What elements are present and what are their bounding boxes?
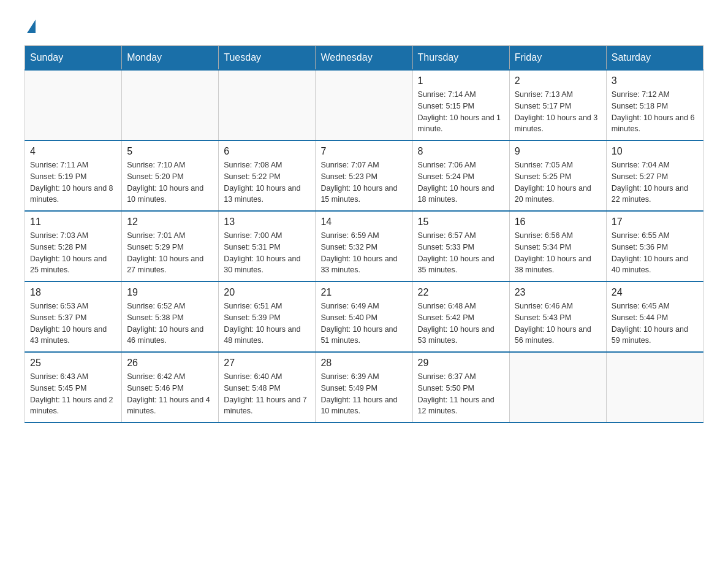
calendar-week-row: 4Sunrise: 7:11 AMSunset: 5:19 PMDaylight…: [25, 140, 703, 211]
day-number: 13: [224, 216, 310, 228]
day-number: 27: [224, 358, 310, 369]
day-number: 25: [30, 358, 116, 369]
day-number: 10: [612, 146, 698, 157]
logo-triangle-icon: [27, 20, 36, 33]
day-of-week-header: Tuesday: [219, 46, 316, 71]
calendar-week-row: 11Sunrise: 7:03 AMSunset: 5:28 PMDayligh…: [25, 211, 703, 282]
calendar-cell: 6Sunrise: 7:08 AMSunset: 5:22 PMDaylight…: [219, 140, 316, 211]
calendar-cell: 26Sunrise: 6:42 AMSunset: 5:46 PMDayligh…: [122, 352, 219, 423]
day-of-week-header: Saturday: [606, 46, 703, 71]
day-info: Sunrise: 6:55 AMSunset: 5:36 PMDaylight:…: [612, 230, 698, 276]
day-info: Sunrise: 7:08 AMSunset: 5:22 PMDaylight:…: [224, 159, 310, 205]
day-info: Sunrise: 7:06 AMSunset: 5:24 PMDaylight:…: [418, 159, 504, 205]
day-number: 16: [515, 216, 601, 228]
day-info: Sunrise: 6:59 AMSunset: 5:32 PMDaylight:…: [320, 230, 407, 276]
day-number: 8: [418, 146, 504, 157]
calendar-cell: 19Sunrise: 6:52 AMSunset: 5:38 PMDayligh…: [122, 282, 219, 352]
day-number: 22: [418, 287, 504, 298]
calendar-cell: 4Sunrise: 7:11 AMSunset: 5:19 PMDaylight…: [25, 140, 122, 211]
calendar-cell: 25Sunrise: 6:43 AMSunset: 5:45 PMDayligh…: [25, 352, 122, 423]
day-of-week-header: Monday: [122, 46, 219, 71]
calendar-cell: 16Sunrise: 6:56 AMSunset: 5:34 PMDayligh…: [509, 211, 606, 282]
calendar-cell: 7Sunrise: 7:07 AMSunset: 5:23 PMDaylight…: [316, 140, 412, 211]
calendar-cell: [122, 70, 219, 140]
calendar-cell: 5Sunrise: 7:10 AMSunset: 5:20 PMDaylight…: [122, 140, 219, 211]
day-info: Sunrise: 7:10 AMSunset: 5:20 PMDaylight:…: [127, 159, 213, 205]
day-info: Sunrise: 6:52 AMSunset: 5:38 PMDaylight:…: [127, 301, 213, 347]
day-info: Sunrise: 7:14 AMSunset: 5:15 PMDaylight:…: [418, 89, 504, 135]
calendar-cell: 13Sunrise: 7:00 AMSunset: 5:31 PMDayligh…: [219, 211, 316, 282]
day-number: 19: [127, 287, 213, 298]
day-info: Sunrise: 6:51 AMSunset: 5:39 PMDaylight:…: [224, 301, 310, 347]
day-of-week-header: Thursday: [412, 46, 509, 71]
day-number: 15: [418, 216, 504, 228]
calendar-cell: 20Sunrise: 6:51 AMSunset: 5:39 PMDayligh…: [219, 282, 316, 352]
day-number: 28: [320, 358, 407, 369]
calendar-cell: 11Sunrise: 7:03 AMSunset: 5:28 PMDayligh…: [25, 211, 122, 282]
day-number: 9: [515, 146, 601, 157]
day-info: Sunrise: 7:13 AMSunset: 5:17 PMDaylight:…: [515, 89, 601, 135]
calendar-cell: 27Sunrise: 6:40 AMSunset: 5:48 PMDayligh…: [219, 352, 316, 423]
calendar-cell: 21Sunrise: 6:49 AMSunset: 5:40 PMDayligh…: [316, 282, 412, 352]
calendar-cell: 1Sunrise: 7:14 AMSunset: 5:15 PMDaylight…: [412, 70, 509, 140]
calendar-week-row: 18Sunrise: 6:53 AMSunset: 5:37 PMDayligh…: [25, 282, 703, 352]
day-info: Sunrise: 7:07 AMSunset: 5:23 PMDaylight:…: [320, 159, 407, 205]
day-number: 29: [418, 358, 504, 369]
calendar-cell: [25, 70, 122, 140]
day-info: Sunrise: 7:11 AMSunset: 5:19 PMDaylight:…: [30, 159, 116, 205]
day-info: Sunrise: 6:49 AMSunset: 5:40 PMDaylight:…: [320, 301, 407, 347]
calendar-cell: 12Sunrise: 7:01 AMSunset: 5:29 PMDayligh…: [122, 211, 219, 282]
day-info: Sunrise: 6:57 AMSunset: 5:33 PMDaylight:…: [418, 230, 504, 276]
day-number: 21: [320, 287, 407, 298]
day-number: 2: [515, 75, 601, 86]
day-info: Sunrise: 7:04 AMSunset: 5:27 PMDaylight:…: [612, 159, 698, 205]
calendar-cell: [219, 70, 316, 140]
day-info: Sunrise: 6:40 AMSunset: 5:48 PMDaylight:…: [224, 371, 310, 417]
day-number: 20: [224, 287, 310, 298]
calendar-week-row: 1Sunrise: 7:14 AMSunset: 5:15 PMDaylight…: [25, 70, 703, 140]
calendar-cell: 15Sunrise: 6:57 AMSunset: 5:33 PMDayligh…: [412, 211, 509, 282]
day-number: 14: [320, 216, 407, 228]
day-number: 12: [127, 216, 213, 228]
calendar-cell: 9Sunrise: 7:05 AMSunset: 5:25 PMDaylight…: [509, 140, 606, 211]
day-info: Sunrise: 7:00 AMSunset: 5:31 PMDaylight:…: [224, 230, 310, 276]
day-info: Sunrise: 6:48 AMSunset: 5:42 PMDaylight:…: [418, 301, 504, 347]
day-info: Sunrise: 7:05 AMSunset: 5:25 PMDaylight:…: [515, 159, 601, 205]
day-info: Sunrise: 6:56 AMSunset: 5:34 PMDaylight:…: [515, 230, 601, 276]
day-info: Sunrise: 6:46 AMSunset: 5:43 PMDaylight:…: [515, 301, 601, 347]
day-info: Sunrise: 7:01 AMSunset: 5:29 PMDaylight:…: [127, 230, 213, 276]
day-info: Sunrise: 6:42 AMSunset: 5:46 PMDaylight:…: [127, 371, 213, 417]
calendar-table: SundayMondayTuesdayWednesdayThursdayFrid…: [25, 45, 703, 423]
day-number: 17: [612, 216, 698, 228]
calendar-cell: 8Sunrise: 7:06 AMSunset: 5:24 PMDaylight…: [412, 140, 509, 211]
day-number: 1: [418, 75, 504, 86]
day-number: 24: [612, 287, 698, 298]
day-info: Sunrise: 6:39 AMSunset: 5:49 PMDaylight:…: [320, 371, 407, 417]
calendar-week-row: 25Sunrise: 6:43 AMSunset: 5:45 PMDayligh…: [25, 352, 703, 423]
calendar-cell: 17Sunrise: 6:55 AMSunset: 5:36 PMDayligh…: [606, 211, 703, 282]
calendar-cell: [509, 352, 606, 423]
calendar-cell: 23Sunrise: 6:46 AMSunset: 5:43 PMDayligh…: [509, 282, 606, 352]
day-number: 6: [224, 146, 310, 157]
day-number: 23: [515, 287, 601, 298]
day-info: Sunrise: 6:43 AMSunset: 5:45 PMDaylight:…: [30, 371, 116, 417]
day-number: 4: [30, 146, 116, 157]
calendar-cell: 14Sunrise: 6:59 AMSunset: 5:32 PMDayligh…: [316, 211, 412, 282]
day-of-week-header: Friday: [509, 46, 606, 71]
calendar-cell: 29Sunrise: 6:37 AMSunset: 5:50 PMDayligh…: [412, 352, 509, 423]
calendar-cell: 24Sunrise: 6:45 AMSunset: 5:44 PMDayligh…: [606, 282, 703, 352]
calendar-cell: 3Sunrise: 7:12 AMSunset: 5:18 PMDaylight…: [606, 70, 703, 140]
day-number: 26: [127, 358, 213, 369]
page-header: [25, 18, 703, 33]
day-of-week-header: Wednesday: [316, 46, 412, 71]
calendar-cell: 28Sunrise: 6:39 AMSunset: 5:49 PMDayligh…: [316, 352, 412, 423]
calendar-cell: 22Sunrise: 6:48 AMSunset: 5:42 PMDayligh…: [412, 282, 509, 352]
day-number: 3: [612, 75, 698, 86]
calendar-cell: 10Sunrise: 7:04 AMSunset: 5:27 PMDayligh…: [606, 140, 703, 211]
day-info: Sunrise: 6:37 AMSunset: 5:50 PMDaylight:…: [418, 371, 504, 417]
logo: [25, 18, 36, 33]
day-number: 11: [30, 216, 116, 228]
calendar-cell: [316, 70, 412, 140]
day-number: 7: [320, 146, 407, 157]
day-info: Sunrise: 7:12 AMSunset: 5:18 PMDaylight:…: [612, 89, 698, 135]
